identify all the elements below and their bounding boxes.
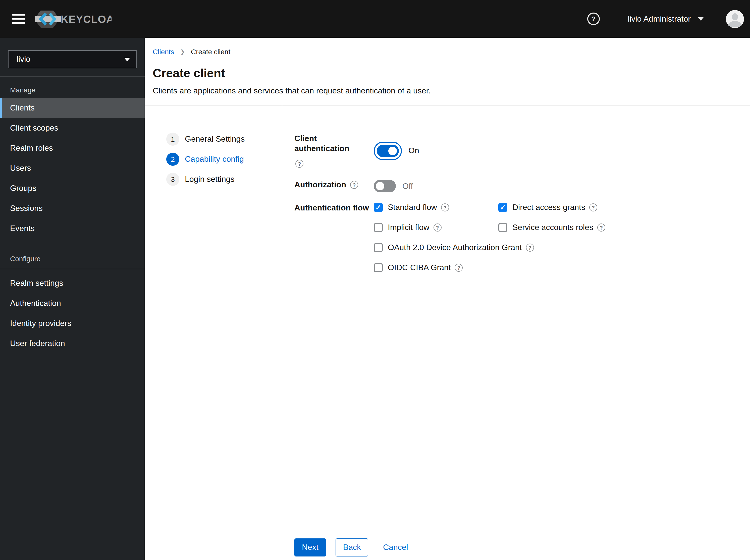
authorization-row: Authorization ? Off — [294, 180, 750, 192]
sidebar-item-clients[interactable]: Clients — [0, 98, 145, 118]
authorization-label: Authorization — [294, 180, 346, 190]
sidebar: livio Manage Clients Client scopes Realm… — [0, 38, 145, 560]
step-number-badge: 2 — [166, 153, 179, 166]
back-button[interactable]: Back — [336, 538, 369, 557]
breadcrumb: Clients ❯ Create client — [153, 48, 738, 56]
sidebar-item-identity-providers[interactable]: Identity providers — [0, 314, 145, 334]
question-circle-icon[interactable]: ? — [597, 223, 605, 232]
next-button[interactable]: Next — [294, 538, 326, 557]
breadcrumb-chevron-icon: ❯ — [180, 48, 185, 55]
question-circle-icon[interactable]: ? — [589, 203, 597, 212]
option-service-accounts-roles: Service accounts roles ? — [498, 223, 605, 232]
wizard-step-login-settings[interactable]: 3 Login settings — [166, 173, 282, 186]
keycloak-admin-console: KEYCLOAK ? livio Administrator livio — [0, 0, 750, 560]
client-authentication-toggle[interactable] — [377, 144, 399, 157]
page-title: Create client — [153, 66, 738, 81]
client-authentication-row: Client authentication ? On — [294, 134, 750, 168]
standard-flow-checkbox[interactable]: ✓ — [374, 203, 383, 212]
keycloak-logo-icon: KEYCLOAK — [35, 8, 112, 30]
page-description: Clients are applications and services th… — [153, 85, 738, 97]
sidebar-item-authentication[interactable]: Authentication — [0, 293, 145, 314]
realm-selector[interactable]: livio — [8, 50, 137, 68]
nav-section-configure: Configure — [0, 255, 145, 263]
client-authentication-state: On — [409, 146, 419, 155]
question-circle-icon[interactable]: ? — [350, 181, 358, 189]
authentication-flow-row: Authentication flow ✓ Standard flow ? ✓ … — [294, 203, 750, 283]
authorization-state: Off — [402, 182, 413, 191]
caret-down-icon — [698, 17, 704, 21]
oauth-device-grant-checkbox[interactable] — [374, 243, 383, 252]
masthead-right: ? livio Administrator — [587, 10, 744, 28]
breadcrumb-current: Create client — [191, 48, 230, 56]
check-icon: ✓ — [500, 204, 506, 211]
option-direct-access-grants: ✓ Direct access grants ? — [498, 203, 605, 212]
realm-name: livio — [17, 55, 124, 64]
option-implicit-flow: Implicit flow ? — [374, 223, 498, 232]
help-icon[interactable]: ? — [587, 13, 599, 25]
question-circle-icon[interactable]: ? — [433, 223, 441, 232]
question-circle-icon[interactable]: ? — [295, 160, 303, 168]
sidebar-item-user-federation[interactable]: User federation — [0, 334, 145, 354]
realm-caret-down-icon — [124, 58, 130, 61]
main-content: Clients ❯ Create client Create client Cl… — [145, 38, 750, 560]
direct-access-grants-checkbox[interactable]: ✓ — [498, 203, 507, 212]
oidc-ciba-grant-checkbox[interactable] — [374, 263, 383, 272]
capability-config-form: Client authentication ? On — [282, 105, 750, 560]
sidebar-item-groups[interactable]: Groups — [0, 178, 145, 198]
sidebar-item-users[interactable]: Users — [0, 158, 145, 178]
wizard-footer: Next Back Cancel — [294, 538, 408, 557]
question-circle-icon[interactable]: ? — [455, 264, 463, 272]
question-circle-icon[interactable]: ? — [526, 244, 534, 252]
masthead: KEYCLOAK ? livio Administrator — [0, 0, 750, 38]
cancel-button[interactable]: Cancel — [383, 538, 408, 557]
step-number-badge: 3 — [166, 173, 179, 186]
authorization-toggle[interactable] — [374, 180, 396, 192]
option-standard-flow: ✓ Standard flow ? — [374, 203, 498, 212]
wizard-step-capability-config[interactable]: 2 Capability config — [166, 153, 282, 166]
option-oauth-device-grant: OAuth 2.0 Device Authorization Grant ? — [374, 243, 605, 252]
sidebar-item-sessions[interactable]: Sessions — [0, 198, 145, 219]
toggle-knob — [388, 146, 397, 155]
user-avatar-icon — [726, 10, 744, 28]
authentication-flow-label: Authentication flow — [294, 203, 374, 213]
wizard: 1 General Settings 2 Capability config 3… — [145, 105, 750, 560]
avatar[interactable] — [726, 10, 744, 28]
authentication-flow-options: ✓ Standard flow ? ✓ Direct access grants… — [374, 203, 605, 283]
question-circle-icon[interactable]: ? — [441, 203, 449, 212]
hamburger-menu-icon[interactable] — [12, 14, 25, 24]
check-icon: ✓ — [375, 204, 381, 211]
client-authentication-label: Client authentication — [294, 134, 374, 154]
nav-section-divider — [0, 269, 145, 269]
keycloak-logo: KEYCLOAK — [35, 8, 112, 30]
wizard-nav: 1 General Settings 2 Capability config 3… — [145, 105, 282, 560]
sidebar-item-client-scopes[interactable]: Client scopes — [0, 118, 145, 138]
sidebar-item-events[interactable]: Events — [0, 219, 145, 239]
wizard-step-general-settings[interactable]: 1 General Settings — [166, 133, 282, 146]
user-menu[interactable]: livio Administrator — [628, 14, 704, 23]
breadcrumb-clients-link[interactable]: Clients — [153, 48, 174, 56]
nav-section-manage: Manage — [0, 86, 145, 94]
page-header: Clients ❯ Create client Create client Cl… — [145, 38, 750, 105]
step-number-badge: 1 — [166, 133, 179, 146]
service-accounts-roles-checkbox[interactable] — [498, 223, 507, 232]
implicit-flow-checkbox[interactable] — [374, 223, 383, 232]
brand-text: KEYCLOAK — [61, 13, 112, 25]
option-oidc-ciba-grant: OIDC CIBA Grant ? — [374, 263, 605, 272]
realm-selector-area: livio — [0, 38, 145, 77]
sidebar-item-realm-roles[interactable]: Realm roles — [0, 138, 145, 158]
toggle-knob — [376, 182, 384, 191]
user-menu-label: livio Administrator — [628, 14, 691, 23]
sidebar-item-realm-settings[interactable]: Realm settings — [0, 273, 145, 293]
switch-focus-ring — [374, 141, 402, 160]
